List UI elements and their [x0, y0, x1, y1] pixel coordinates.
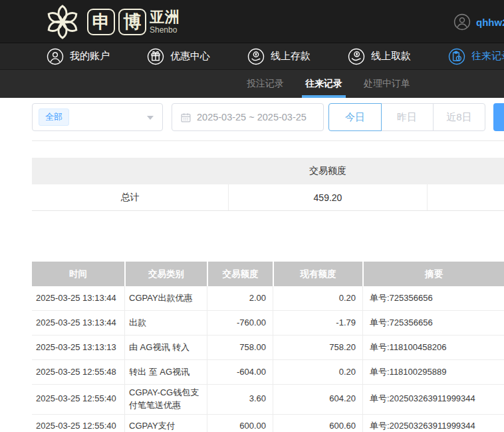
summary-empty-cell: [428, 184, 504, 210]
nav-label: 往来记录: [471, 50, 504, 63]
date-range-input[interactable]: 2025-03-25 ~ 2025-03-25: [172, 103, 324, 131]
tab-pending-orders[interactable]: 处理中订单: [362, 70, 412, 98]
summary-header-amount: 交易额度: [228, 165, 428, 177]
cell-amount: 600.00: [207, 415, 273, 432]
cell-remark: 单号:725356656: [362, 311, 504, 335]
brand-logo[interactable]: 申 博 亚洲 Shenbo: [41, 1, 180, 43]
tab-betting-records[interactable]: 投注记录: [245, 70, 286, 98]
type-select[interactable]: 全部: [32, 103, 163, 131]
user-account[interactable]: qhhw2: [453, 13, 504, 31]
cell-balance: 604.20: [273, 385, 362, 414]
cell-remark: 单号:202503263911999344: [362, 415, 504, 432]
brand-suffix: 亚洲 Shenbo: [150, 10, 180, 34]
chevron-down-icon: [147, 116, 154, 120]
brand-region: 亚洲: [150, 10, 180, 25]
cell-type: CGPAY出款优惠: [124, 286, 207, 310]
cell-amount: -760.00: [207, 311, 273, 335]
nav-label: 线上取款: [371, 50, 411, 63]
cell-type: 转出 至 AG视讯: [124, 360, 207, 384]
col-header-remark: 摘要: [362, 262, 504, 286]
cell-time: 2025-03-25 12:55:40: [32, 385, 124, 414]
cell-balance: 0.20: [273, 360, 362, 384]
cell-type: CGPAY-CG钱包支付笔笔送优惠: [124, 385, 207, 414]
brand-char-bo: 博: [118, 9, 146, 35]
cell-time: 2025-03-25 12:55:48: [32, 360, 124, 384]
user-icon: [47, 48, 64, 65]
cell-remark: 单号:202503263911999344: [362, 385, 504, 414]
nav-item-deposit[interactable]: 线上存款: [247, 48, 311, 65]
flower-logo-icon: [41, 1, 84, 43]
top-bar: 申 博 亚洲 Shenbo qhhw2: [0, 0, 504, 43]
tab-transaction-records[interactable]: 往来记录: [303, 70, 344, 98]
summary-header-row: 交易额度: [32, 158, 504, 184]
cell-amount: 758.00: [207, 335, 273, 359]
table-row: 2025-03-25 13:13:44 出款 -760.00 -1.79 单号:…: [32, 311, 504, 335]
selected-type-chip[interactable]: 全部: [39, 108, 69, 126]
summary-total-value: 459.20: [228, 184, 428, 210]
table-row: 2025-03-25 12:55:40 CGPAY-CG钱包支付笔笔送优惠 3.…: [32, 385, 504, 415]
gift-icon: [147, 48, 164, 65]
calendar-icon: [180, 112, 191, 123]
records-table: 时间 交易类别 交易额度 现有额度 摘要 2025-03-25 13:13:44…: [32, 262, 504, 432]
main-nav: 我的账户 优惠中心 线上存款 线上取款: [0, 43, 504, 70]
last-8-days-button[interactable]: 近8日: [433, 103, 485, 131]
nav-item-withdraw[interactable]: 线上取款: [348, 48, 411, 65]
cell-balance: 0.20: [273, 286, 362, 310]
brand-char-shen: 申: [87, 9, 115, 35]
nav-label: 线上存款: [271, 50, 311, 63]
table-row: 2025-03-25 13:13:13 由 AG视讯 转入 758.00 758…: [32, 335, 504, 360]
yesterday-button[interactable]: 昨日: [381, 103, 434, 131]
withdraw-icon: [348, 48, 365, 65]
summary-table: 交易额度 总计 459.20: [32, 158, 504, 211]
tab-label: 处理中订单: [364, 78, 410, 90]
brand-latin: Shenbo: [150, 26, 180, 34]
col-header-type: 交易类别: [124, 262, 207, 286]
nav-item-my-account[interactable]: 我的账户: [47, 48, 110, 65]
nav-item-transaction-records[interactable]: 往来记录: [448, 48, 504, 65]
sub-nav: 投注记录 往来记录 处理中订单: [0, 70, 504, 98]
col-header-time: 时间: [32, 262, 124, 286]
summary-total-label: 总计: [32, 184, 228, 210]
cell-balance: 758.20: [273, 335, 362, 359]
divider: [32, 140, 504, 141]
quick-date-buttons: 今日 昨日 近8日: [328, 103, 485, 131]
cell-amount: 3.60: [207, 385, 273, 414]
table-row: 2025-03-25 12:55:40 CGPAY支付 600.00 600.6…: [32, 415, 504, 432]
cell-balance: 600.60: [273, 415, 362, 432]
table-row: 2025-03-25 12:55:48 转出 至 AG视讯 -604.00 0.…: [32, 360, 504, 385]
cell-time: 2025-03-25 13:13:44: [32, 286, 124, 310]
search-button[interactable]: [493, 103, 504, 131]
summary-total-row: 总计 459.20: [32, 184, 504, 211]
cell-remark: 单号:118100458206: [362, 335, 504, 359]
cell-time: 2025-03-25 13:13:44: [32, 311, 124, 335]
cell-type: CGPAY支付: [124, 415, 207, 432]
deposit-icon: [247, 48, 265, 65]
avatar-icon: [453, 13, 471, 31]
cell-amount: -604.00: [207, 360, 273, 384]
nav-item-promotions[interactable]: 优惠中心: [147, 48, 210, 65]
cell-time: 2025-03-25 13:13:13: [32, 335, 124, 359]
cell-balance: -1.79: [273, 311, 362, 335]
table-header-row: 时间 交易类别 交易额度 现有额度 摘要: [32, 262, 504, 286]
cell-remark: 单号:118100295889: [362, 360, 504, 384]
filter-bar: 全部 2025-03-25 ~ 2025-03-25 今日 昨日 近8日: [32, 103, 504, 131]
records-icon: [448, 48, 465, 65]
cell-remark: 单号:725356656: [362, 286, 504, 310]
cell-type: 由 AG视讯 转入: [124, 335, 207, 359]
cell-time: 2025-03-25 12:55:40: [32, 415, 124, 432]
cell-amount: 2.00: [207, 286, 273, 310]
table-row: 2025-03-25 13:13:44 CGPAY出款优惠 2.00 0.20 …: [32, 286, 504, 311]
col-header-balance: 现有额度: [273, 262, 362, 286]
username: qhhw2: [476, 17, 504, 28]
tab-label: 往来记录: [305, 78, 342, 90]
col-header-amount: 交易额度: [207, 262, 273, 286]
date-range-value: 2025-03-25 ~ 2025-03-25: [197, 112, 307, 122]
nav-label: 我的账户: [70, 50, 110, 63]
cell-type: 出款: [124, 311, 207, 335]
tab-label: 投注记录: [247, 78, 284, 90]
today-button[interactable]: 今日: [328, 103, 382, 131]
nav-label: 优惠中心: [170, 50, 210, 63]
